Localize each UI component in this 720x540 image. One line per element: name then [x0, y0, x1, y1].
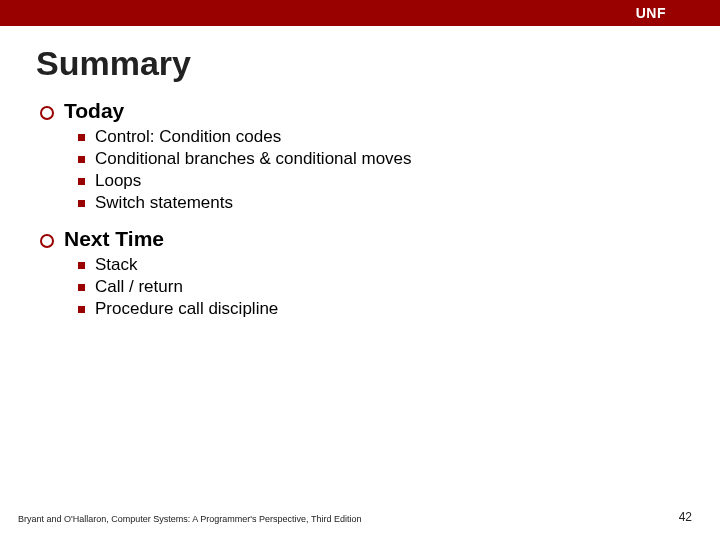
square-bullet-icon	[78, 284, 85, 291]
square-bullet-icon	[78, 306, 85, 313]
square-bullet-icon	[78, 178, 85, 185]
section-heading: Next Time	[40, 227, 720, 251]
top-bar: UNF	[0, 0, 720, 26]
list-item: Stack	[78, 255, 720, 275]
slide-title: Summary	[36, 44, 720, 83]
list-item: Loops	[78, 171, 720, 191]
item-text: Conditional branches & conditional moves	[95, 149, 412, 169]
circle-bullet-icon	[40, 106, 54, 120]
section-title: Next Time	[64, 227, 164, 251]
list-item: Conditional branches & conditional moves	[78, 149, 720, 169]
slide: UNF Summary Today Control: Condition cod…	[0, 0, 720, 540]
list-item: Procedure call discipline	[78, 299, 720, 319]
item-text: Call / return	[95, 277, 183, 297]
item-text: Stack	[95, 255, 138, 275]
square-bullet-icon	[78, 134, 85, 141]
footer-text: Bryant and O'Hallaron, Computer Systems:…	[18, 514, 361, 524]
square-bullet-icon	[78, 200, 85, 207]
section-heading: Today	[40, 99, 720, 123]
list-item: Control: Condition codes	[78, 127, 720, 147]
item-text: Procedure call discipline	[95, 299, 278, 319]
item-text: Switch statements	[95, 193, 233, 213]
org-label: UNF	[636, 5, 666, 21]
list-item: Call / return	[78, 277, 720, 297]
page-number: 42	[679, 510, 692, 524]
item-list: Stack Call / return Procedure call disci…	[78, 255, 720, 319]
circle-bullet-icon	[40, 234, 54, 248]
square-bullet-icon	[78, 156, 85, 163]
item-text: Control: Condition codes	[95, 127, 281, 147]
square-bullet-icon	[78, 262, 85, 269]
section-title: Today	[64, 99, 124, 123]
slide-content: Today Control: Condition codes Condition…	[40, 99, 720, 319]
list-item: Switch statements	[78, 193, 720, 213]
item-text: Loops	[95, 171, 141, 191]
item-list: Control: Condition codes Conditional bra…	[78, 127, 720, 213]
